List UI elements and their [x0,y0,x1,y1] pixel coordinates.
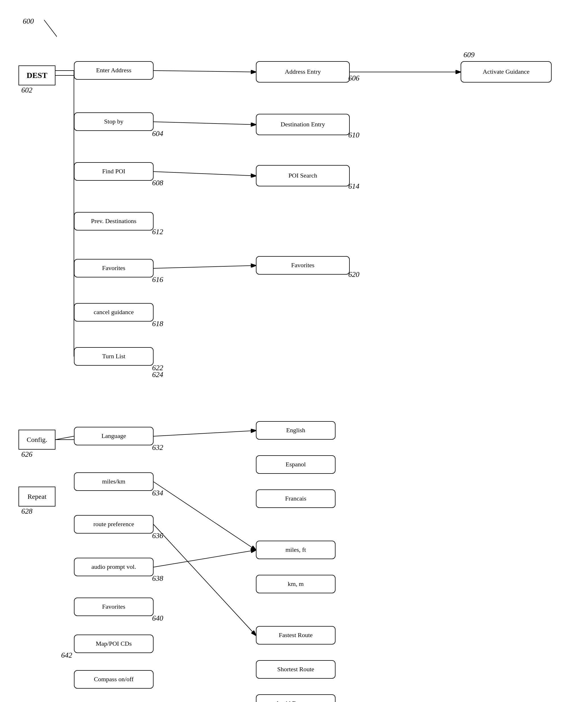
ref-624: 624 [152,370,163,379]
destination-entry-node: Destination Entry [256,114,350,135]
ref-638: 638 [152,574,163,583]
route-preference-node: route preference [74,515,154,534]
ref-616: 616 [152,275,163,284]
dest-ref: 602 [21,86,32,95]
config-ref: 626 [21,450,32,459]
svg-line-15 [154,431,256,436]
ref-632: 632 [152,443,163,452]
ref-634: 634 [152,489,163,497]
turn-list-node: Turn List [74,347,154,366]
svg-line-11 [154,265,256,268]
fastest-route-node: Fastest Route [256,626,335,645]
svg-line-13 [55,436,74,440]
config-root: Config. [18,430,55,450]
dest-favorites-node: Favorites [74,259,154,277]
find-poi-node: Find POI [74,162,154,181]
repeat-ref: 628 [21,507,32,515]
miles-km-node: miles/km [74,472,154,491]
diagram-container: 600 DEST 602 Enter Address Stop by 604 F… [0,0,588,702]
shortest-route-node: Shortest Route [256,660,335,679]
compass-node: Compass on/off [74,670,154,689]
miles-ft-node: miles, ft [256,541,335,559]
francais-node: Francais [256,489,335,508]
repeat-root: Repeat [18,487,55,506]
ref-642: 642 [61,651,72,660]
avoid-freeways-node: Avoid Freeways [256,694,335,702]
prev-destinations-node: Prev. Destinations [74,212,154,231]
svg-line-9 [154,122,256,125]
address-entry-node: Address Entry [256,61,350,83]
ref-636: 636 [152,532,163,540]
ref-606: 606 [348,74,359,83]
svg-line-0 [44,20,57,44]
ref-608: 608 [152,179,163,187]
espanol-node: Espanol [256,455,335,474]
ref-640: 640 [152,614,163,623]
ref-609: 609 [463,51,474,59]
map-poi-cds-node: Map/POI CDs [74,634,154,653]
dest-favorites-sub-node: Favorites [256,256,350,274]
dest-root: DEST [18,66,55,85]
svg-line-10 [154,171,256,176]
ref-610: 610 [348,131,359,139]
language-node: Language [74,427,154,445]
english-node: English [256,421,335,440]
ref-614: 614 [348,182,359,191]
svg-line-16 [154,482,256,550]
ref-618: 618 [152,320,163,328]
svg-line-8 [154,71,256,72]
figure-number: 600 [23,17,34,26]
svg-line-17 [154,524,256,635]
config-favorites-node: Favorites [74,598,154,616]
km-m-node: km, m [256,575,335,593]
activate-guidance-node: Activate Guidance [461,61,552,83]
svg-line-21 [154,550,256,567]
ref-604: 604 [152,129,163,138]
ref-612: 612 [152,228,163,236]
poi-search-node: POI Search [256,165,350,187]
stop-by-node: Stop by [74,112,154,131]
ref-620: 620 [348,270,359,279]
audio-prompt-node: audio prompt vol. [74,558,154,576]
cancel-guidance-node: cancel guidance [74,303,154,322]
enter-address-node: Enter Address [74,61,154,80]
